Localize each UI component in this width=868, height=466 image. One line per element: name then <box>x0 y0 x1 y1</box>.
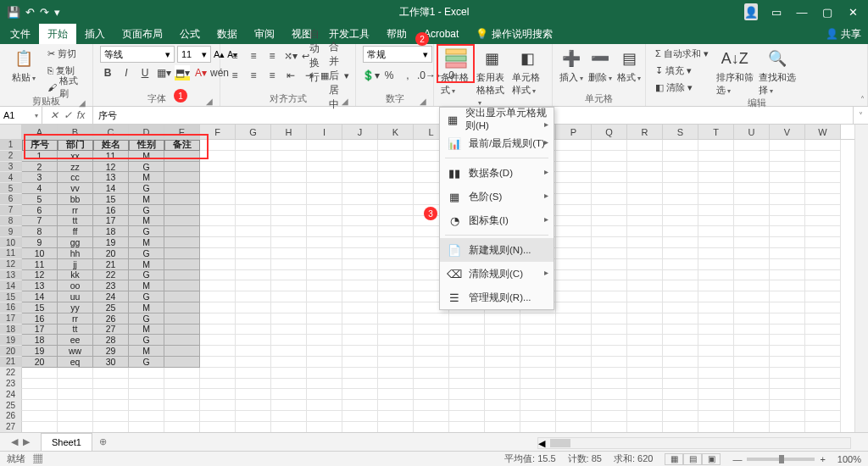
row-header[interactable]: 8 <box>0 216 22 227</box>
cell[interactable]: 16 <box>22 313 58 325</box>
cell[interactable] <box>592 313 627 325</box>
cell[interactable] <box>164 162 200 173</box>
cell[interactable] <box>164 379 200 390</box>
row-header[interactable]: 13 <box>0 270 22 281</box>
col-header-T[interactable]: T <box>698 125 734 139</box>
cell[interactable]: cc <box>58 172 93 183</box>
cell[interactable] <box>236 259 271 270</box>
cell[interactable]: 28 <box>93 335 129 346</box>
cell[interactable] <box>342 313 378 325</box>
col-header-P[interactable]: P <box>556 125 592 139</box>
cell[interactable] <box>520 411 556 422</box>
cell[interactable] <box>307 291 342 302</box>
cell[interactable] <box>236 237 271 248</box>
merge-center-button[interactable]: ▦ 合并后居中▾ <box>320 68 349 83</box>
cell[interactable]: 20 <box>93 248 129 259</box>
cell[interactable] <box>663 313 698 325</box>
cell[interactable]: 4 <box>22 183 58 194</box>
cell[interactable] <box>698 400 734 411</box>
cell[interactable] <box>663 325 698 336</box>
cell[interactable] <box>342 335 378 346</box>
cell[interactable]: xx <box>58 151 93 162</box>
cell[interactable] <box>485 325 520 336</box>
cell[interactable] <box>271 248 307 259</box>
cell[interactable] <box>378 389 414 400</box>
cell[interactable] <box>698 280 734 291</box>
cell[interactable] <box>307 183 342 194</box>
cell[interactable] <box>236 270 271 281</box>
row-header[interactable]: 4 <box>0 172 22 183</box>
cell[interactable] <box>627 151 663 162</box>
cell[interactable] <box>627 248 663 259</box>
cell[interactable] <box>342 379 378 390</box>
cell[interactable] <box>627 216 663 227</box>
worksheet-grid[interactable]: ABCDEFGHIJKLMNOPQRSTUVW 1序号部门姓名性别备注21xx1… <box>0 125 868 432</box>
cell[interactable] <box>342 368 378 379</box>
cell[interactable] <box>734 313 770 325</box>
cell[interactable]: 11 <box>93 151 129 162</box>
cell[interactable] <box>342 172 378 183</box>
row-header[interactable]: 5 <box>0 183 22 194</box>
row-header[interactable]: 19 <box>0 335 22 346</box>
cell[interactable]: tt <box>58 325 93 336</box>
cell[interactable] <box>236 335 271 346</box>
cell[interactable] <box>307 335 342 346</box>
cell[interactable]: M <box>129 151 164 162</box>
cell[interactable] <box>556 216 592 227</box>
cell[interactable]: ff <box>58 226 93 237</box>
cell[interactable] <box>200 226 236 237</box>
cell[interactable] <box>663 140 698 151</box>
cell[interactable] <box>342 280 378 291</box>
border-button[interactable]: ▦▾ <box>156 65 171 80</box>
align-left-icon[interactable]: ≡ <box>227 68 242 83</box>
cell[interactable] <box>770 400 805 411</box>
cell[interactable] <box>663 226 698 237</box>
cell[interactable]: 20 <box>22 357 58 368</box>
cell[interactable] <box>271 172 307 183</box>
cell[interactable] <box>342 162 378 173</box>
cell[interactable] <box>556 357 592 368</box>
cell[interactable] <box>129 411 164 422</box>
cell[interactable] <box>556 302 592 313</box>
cell[interactable] <box>734 194 770 205</box>
cell[interactable] <box>627 280 663 291</box>
cell[interactable] <box>164 422 200 432</box>
cell[interactable] <box>520 357 556 368</box>
cell[interactable] <box>164 400 200 411</box>
cell[interactable]: 26 <box>93 313 129 325</box>
cell[interactable] <box>200 400 236 411</box>
cell[interactable] <box>164 205 200 216</box>
cell[interactable] <box>805 248 841 259</box>
cell[interactable] <box>58 389 93 400</box>
cell[interactable]: G <box>129 205 164 216</box>
cell[interactable] <box>164 389 200 400</box>
cell[interactable]: 性别 <box>129 140 164 151</box>
cell[interactable] <box>378 183 414 194</box>
cell[interactable] <box>164 313 200 325</box>
cell[interactable] <box>734 248 770 259</box>
align-middle-icon[interactable]: ≡ <box>246 48 261 64</box>
cell[interactable] <box>627 259 663 270</box>
cell[interactable] <box>734 379 770 390</box>
cell[interactable] <box>307 205 342 216</box>
cell[interactable] <box>449 346 485 357</box>
cell[interactable] <box>485 389 520 400</box>
cell[interactable]: 24 <box>93 291 129 302</box>
cell[interactable] <box>698 379 734 390</box>
col-header-D[interactable]: D <box>129 125 164 139</box>
cell[interactable] <box>663 194 698 205</box>
row-header[interactable]: 27 <box>0 422 22 432</box>
cell[interactable] <box>378 291 414 302</box>
cell[interactable] <box>556 205 592 216</box>
cell[interactable] <box>342 248 378 259</box>
cell[interactable] <box>698 422 734 432</box>
cell[interactable]: 14 <box>93 183 129 194</box>
cell[interactable] <box>414 313 449 325</box>
cell[interactable] <box>307 313 342 325</box>
cell[interactable] <box>200 368 236 379</box>
cell[interactable] <box>236 411 271 422</box>
cell[interactable] <box>378 216 414 227</box>
cell[interactable] <box>58 411 93 422</box>
cell[interactable] <box>556 270 592 281</box>
cell[interactable] <box>627 335 663 346</box>
